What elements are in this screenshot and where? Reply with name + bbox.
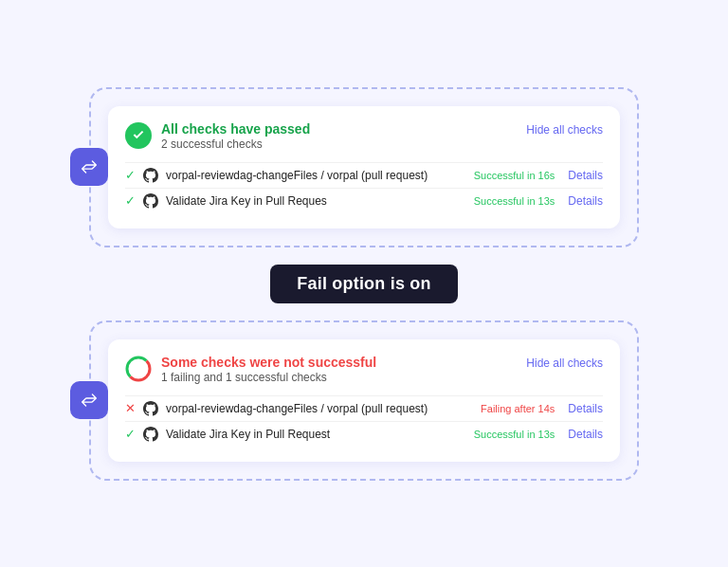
details-link-2-1[interactable]: Details: [568, 402, 603, 415]
github-icon-1-2: [143, 193, 158, 209]
card-subtitle-fail: 1 failing and 1 successful checks: [161, 371, 376, 384]
check-name-1-1: vorpal-reviewdag-changeFiles / vorpal (p…: [166, 169, 466, 182]
card-success: All checks have passed 2 successful chec…: [108, 106, 620, 229]
check-icon-2-1: ✕: [125, 401, 136, 415]
hide-all-checks-link-1[interactable]: Hide all checks: [526, 123, 603, 137]
status-icon-success: [125, 122, 152, 149]
card-header-fail: Some checks were not successful 1 failin…: [125, 355, 603, 384]
check-name-2-1: vorpal-reviewdag-changeFiles / vorpal (p…: [166, 402, 473, 415]
github-icon-1-1: [143, 168, 158, 183]
svg-point-0: [125, 356, 152, 382]
card-header-left-success: All checks have passed 2 successful chec…: [125, 121, 310, 151]
main-container: All checks have passed 2 successful chec…: [0, 68, 728, 500]
details-link-1-2[interactable]: Details: [568, 194, 603, 208]
card-subtitle-success: 2 successful checks: [161, 137, 310, 151]
card-fail: Some checks were not successful 1 failin…: [108, 339, 620, 462]
details-link-2-2[interactable]: Details: [568, 428, 603, 441]
hide-all-checks-link-2[interactable]: Hide all checks: [526, 357, 603, 370]
check-icon-1-1: ✓: [125, 168, 136, 182]
check-result-1-1: Successful in 16s: [474, 170, 555, 181]
card-title-fail: Some checks were not successful: [161, 355, 376, 370]
mixed-status-icon: [125, 356, 152, 382]
check-result-2-1: Failing after 14s: [481, 403, 555, 414]
panel-fail: Some checks were not successful 1 failin…: [89, 320, 639, 481]
check-result-2-2: Successful in 13s: [474, 429, 555, 440]
card-header-success: All checks have passed 2 successful chec…: [125, 121, 603, 151]
check-row-1-1: ✓ vorpal-reviewdag-changeFiles / vorpal …: [125, 162, 603, 188]
card-title-success: All checks have passed: [161, 121, 310, 137]
panel-success: All checks have passed 2 successful chec…: [89, 87, 639, 247]
git-badge-fail: [70, 381, 108, 419]
svg-point-1: [125, 356, 152, 382]
card-title-group-fail: Some checks were not successful 1 failin…: [161, 355, 376, 384]
check-icon-1-2: ✓: [125, 193, 136, 208]
github-icon-2-2: [143, 427, 158, 442]
status-icon-mixed: [125, 356, 152, 382]
card-header-left-fail: Some checks were not successful 1 failin…: [125, 355, 376, 384]
checkmark-icon: [131, 128, 146, 143]
fail-option-label: Fail option is on: [270, 265, 457, 303]
check-row-2-1: ✕ vorpal-reviewdag-changeFiles / vorpal …: [125, 395, 603, 421]
card-title-group-success: All checks have passed 2 successful chec…: [161, 121, 310, 151]
check-row-1-2: ✓ Validate Jira Key in Pull Reques Succe…: [125, 188, 603, 213]
github-icon-2-1: [143, 401, 158, 416]
check-row-2-2: ✓ Validate Jira Key in Pull Request Succ…: [125, 421, 603, 447]
check-result-1-2: Successful in 13s: [474, 195, 555, 207]
check-icon-2-2: ✓: [125, 427, 136, 441]
check-name-2-2: Validate Jira Key in Pull Request: [166, 428, 466, 441]
details-link-1-1[interactable]: Details: [568, 169, 603, 182]
git-badge-success: [70, 148, 108, 186]
git-icon: [79, 156, 100, 177]
git-icon-2: [79, 390, 100, 411]
check-name-1-2: Validate Jira Key in Pull Reques: [166, 194, 466, 208]
